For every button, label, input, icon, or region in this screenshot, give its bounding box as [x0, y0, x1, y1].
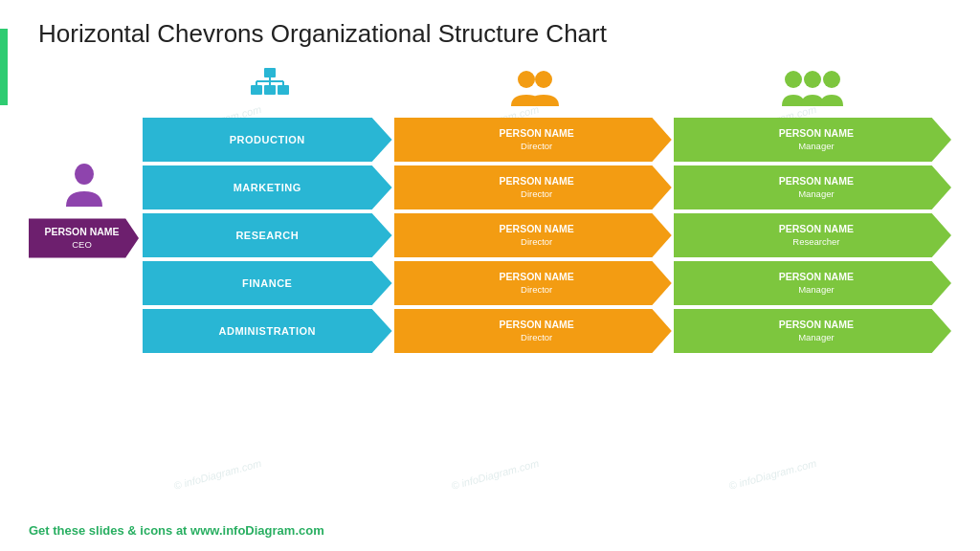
svg-point-13: [823, 71, 840, 88]
mgr-name-1: PERSON NAME: [779, 175, 854, 188]
dir-col-icon: [398, 66, 675, 112]
dir-role-3: Director: [521, 284, 552, 295]
dir-chevron-0: PERSON NAME Director: [394, 118, 672, 162]
svg-rect-2: [251, 85, 262, 95]
footer-text-before: Get these slides & icons at www.: [29, 523, 223, 538]
mgr-name-0: PERSON NAME: [779, 127, 854, 141]
dir-chevron-3: PERSON NAME Director: [394, 261, 672, 305]
dept-chevron-3: FINANCE: [143, 261, 392, 305]
watermark-6: © infoDiagram.com: [727, 457, 817, 492]
dir-chevron-1: PERSON NAME Director: [394, 165, 672, 209]
dir-role-2: Director: [521, 236, 552, 247]
mgr-chevron-0: PERSON NAME Manager: [674, 118, 951, 162]
mgr-role-4: Manager: [798, 332, 835, 342]
org-row: RESEARCH PERSON NAME Director PERSON NAM…: [143, 213, 951, 257]
footer: Get these slides & icons at www.infoDiag…: [29, 523, 324, 538]
watermark-5: © infoDiagram.com: [450, 457, 540, 492]
dept-chevron-0: PRODUCTION: [143, 118, 392, 162]
svg-point-0: [75, 164, 94, 185]
mgr-name-4: PERSON NAME: [779, 319, 854, 332]
org-row: ADMINISTRATION PERSON NAME Director PERS…: [143, 309, 951, 353]
mgr-role-0: Manager: [798, 141, 835, 151]
mgr-role-3: Manager: [798, 284, 835, 295]
dir-name-4: PERSON NAME: [500, 319, 574, 332]
mgr-chevron-3: PERSON NAME Manager: [674, 261, 951, 305]
ceo-block: PERSON NAME CEO: [29, 161, 139, 257]
left-accent-bar: [0, 29, 8, 105]
watermark-4: © infoDiagram.com: [172, 457, 262, 492]
dept-chevron-4: ADMINISTRATION: [143, 309, 392, 353]
svg-point-10: [535, 71, 552, 88]
dir-name-1: PERSON NAME: [500, 175, 574, 188]
svg-point-12: [804, 71, 821, 88]
ceo-chevron: PERSON NAME CEO: [29, 218, 139, 257]
dir-chevron-4: PERSON NAME Director: [394, 309, 672, 353]
org-row: PRODUCTION PERSON NAME Director PERSON N…: [143, 118, 951, 162]
org-row: MARKETING PERSON NAME Director PERSON NA…: [143, 165, 951, 209]
mgr-chevron-4: PERSON NAME Manager: [674, 309, 951, 353]
dir-role-1: Director: [521, 188, 552, 199]
dept-col-icon: [143, 66, 398, 112]
svg-rect-3: [264, 85, 276, 95]
ceo-role: CEO: [38, 239, 125, 250]
dir-name-0: PERSON NAME: [500, 127, 574, 141]
svg-point-11: [785, 71, 802, 88]
mgr-name-3: PERSON NAME: [779, 271, 854, 284]
dir-name-2: PERSON NAME: [500, 223, 574, 236]
svg-point-9: [518, 71, 535, 88]
ceo-name: PERSON NAME: [38, 226, 125, 239]
mgr-role-2: Researcher: [792, 236, 839, 247]
page-title: Horizontal Chevrons Organizational Struc…: [38, 19, 951, 49]
mgr-col-icon: [675, 66, 951, 112]
dir-role-4: Director: [521, 332, 552, 342]
dept-chevron-1: MARKETING: [143, 165, 392, 209]
mgr-chevron-1: PERSON NAME Manager: [674, 165, 951, 209]
dir-role-0: Director: [521, 141, 552, 151]
svg-rect-4: [278, 85, 289, 95]
mgr-name-2: PERSON NAME: [779, 223, 854, 236]
org-row: FINANCE PERSON NAME Director PERSON NAME…: [143, 261, 951, 305]
footer-brand: infoDiagram: [223, 523, 296, 538]
ceo-icon: [64, 161, 104, 214]
mgr-chevron-2: PERSON NAME Researcher: [674, 213, 951, 257]
mgr-role-1: Manager: [798, 188, 835, 199]
page: Horizontal Chevrons Organizational Struc…: [0, 0, 980, 551]
dept-chevron-2: RESEARCH: [143, 213, 392, 257]
chart-area: PERSON NAME CEO: [29, 66, 951, 353]
dir-name-3: PERSON NAME: [500, 271, 574, 284]
dir-chevron-2: PERSON NAME Director: [394, 213, 672, 257]
footer-text-after: .com: [295, 523, 323, 538]
svg-rect-1: [264, 68, 276, 77]
